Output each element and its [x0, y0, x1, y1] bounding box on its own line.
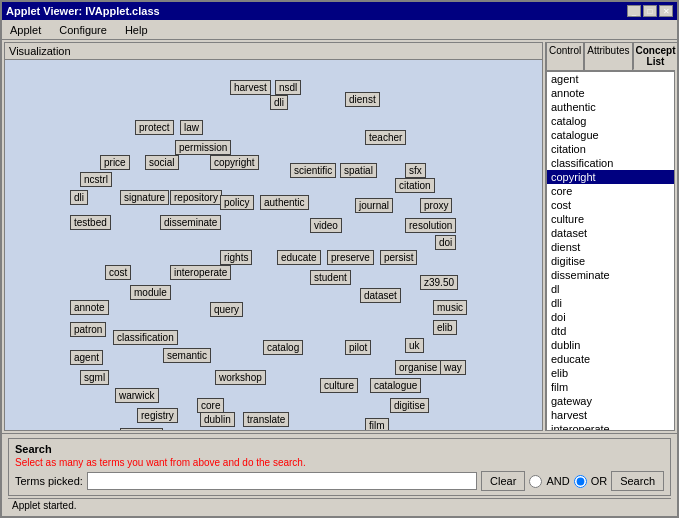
word-tag-agent[interactable]: agent	[70, 350, 103, 365]
concept-item-annote[interactable]: annote	[547, 86, 674, 100]
word-tag-nsdl[interactable]: nsdl	[275, 80, 301, 95]
word-tag-module[interactable]: module	[130, 285, 171, 300]
word-tag-resolution[interactable]: resolution	[405, 218, 456, 233]
word-tag-film[interactable]: film	[365, 418, 389, 430]
concept-item-doi[interactable]: doi	[547, 310, 674, 324]
concept-item-dienst[interactable]: dienst	[547, 240, 674, 254]
word-tag-z3950[interactable]: z39.50	[420, 275, 458, 290]
word-tag-spatial[interactable]: spatial	[340, 163, 377, 178]
word-tag-harvest[interactable]: harvest	[230, 80, 271, 95]
word-tag-registry[interactable]: registry	[137, 408, 178, 423]
word-tag-authentic[interactable]: authentic	[260, 195, 309, 210]
word-tag-video[interactable]: video	[310, 218, 342, 233]
word-tag-schema[interactable]: schema	[120, 428, 163, 430]
tab-control[interactable]: Control	[546, 42, 584, 70]
word-tag-ncstrl[interactable]: ncstrl	[80, 172, 112, 187]
minimize-button[interactable]: _	[627, 5, 641, 17]
word-tag-cost[interactable]: cost	[105, 265, 131, 280]
word-tag-rights[interactable]: rights	[220, 250, 252, 265]
word-tag-patron[interactable]: patron	[70, 322, 106, 337]
word-tag-sfx[interactable]: sfx	[405, 163, 426, 178]
word-tag-way[interactable]: way	[440, 360, 466, 375]
word-tag-sgml[interactable]: sgml	[80, 370, 109, 385]
menu-help[interactable]: Help	[121, 23, 152, 37]
word-tag-dli2[interactable]: dli	[70, 190, 88, 205]
concept-item-dublin[interactable]: dublin	[547, 338, 674, 352]
concept-item-cost[interactable]: cost	[547, 198, 674, 212]
word-tag-catalog2[interactable]: catalogue	[370, 378, 421, 393]
word-tag-teacher[interactable]: teacher	[365, 130, 406, 145]
word-tag-protect[interactable]: protect	[135, 120, 174, 135]
word-tag-journal[interactable]: journal	[355, 198, 393, 213]
word-tag-catalog[interactable]: catalog	[263, 340, 303, 355]
word-tag-semantic[interactable]: semantic	[163, 348, 211, 363]
concept-item-dataset[interactable]: dataset	[547, 226, 674, 240]
word-tag-copyright2[interactable]: copyright	[210, 155, 259, 170]
word-tag-price[interactable]: price	[100, 155, 130, 170]
word-tag-workshop[interactable]: workshop	[215, 370, 266, 385]
concept-item-disseminate[interactable]: disseminate	[547, 268, 674, 282]
word-tag-dienst[interactable]: dienst	[345, 92, 380, 107]
word-tag-warwick[interactable]: warwick	[115, 388, 159, 403]
word-tag-citation[interactable]: citation	[395, 178, 435, 193]
word-tag-repository[interactable]: repository	[170, 190, 222, 205]
word-tag-dli[interactable]: dli	[270, 95, 288, 110]
word-tag-translate[interactable]: translate	[243, 412, 289, 427]
word-tag-student[interactable]: student	[310, 270, 351, 285]
word-tag-signature[interactable]: signature	[120, 190, 169, 205]
concept-item-core[interactable]: core	[547, 184, 674, 198]
concept-item-interoperate[interactable]: interoperate	[547, 422, 674, 431]
word-tag-dataset[interactable]: dataset	[360, 288, 401, 303]
word-tag-doi[interactable]: doi	[435, 235, 456, 250]
word-tag-permission[interactable]: permission	[175, 140, 231, 155]
word-tag-organise[interactable]: organise	[395, 360, 441, 375]
concept-item-culture[interactable]: culture	[547, 212, 674, 226]
concept-item-gateway[interactable]: gateway	[547, 394, 674, 408]
word-tag-dublin[interactable]: dublin	[200, 412, 235, 427]
word-tag-core[interactable]: core	[197, 398, 224, 413]
menu-applet[interactable]: Applet	[6, 23, 45, 37]
clear-button[interactable]: Clear	[481, 471, 525, 491]
tab-attributes[interactable]: Attributes	[584, 42, 632, 70]
word-tag-query[interactable]: query	[210, 302, 243, 317]
concept-item-digitise[interactable]: digitise	[547, 254, 674, 268]
word-tag-elib[interactable]: elib	[433, 320, 457, 335]
menu-configure[interactable]: Configure	[55, 23, 111, 37]
word-tag-classification[interactable]: classification	[113, 330, 178, 345]
word-tag-proxy[interactable]: proxy	[420, 198, 452, 213]
concept-item-film[interactable]: film	[547, 380, 674, 394]
search-button[interactable]: Search	[611, 471, 664, 491]
word-tag-culture2[interactable]: culture	[320, 378, 358, 393]
concept-item-dl[interactable]: dl	[547, 282, 674, 296]
concept-item-copyright[interactable]: copyright	[547, 170, 674, 184]
word-tag-persist[interactable]: persist	[380, 250, 417, 265]
word-tag-preserve[interactable]: preserve	[327, 250, 374, 265]
word-tag-pilot[interactable]: pilot	[345, 340, 371, 355]
word-tag-interoperate[interactable]: interoperate	[170, 265, 231, 280]
and-radio[interactable]	[529, 475, 542, 488]
concept-item-harvest[interactable]: harvest	[547, 408, 674, 422]
concept-item-elib[interactable]: elib	[547, 366, 674, 380]
word-tag-scientific[interactable]: scientific	[290, 163, 336, 178]
concept-item-catalog[interactable]: catalog	[547, 114, 674, 128]
concept-item-authentic[interactable]: authentic	[547, 100, 674, 114]
word-tag-educate[interactable]: educate	[277, 250, 321, 265]
word-tag-digitise2[interactable]: digitise	[390, 398, 429, 413]
word-tag-music[interactable]: music	[433, 300, 467, 315]
concept-item-dtd[interactable]: dtd	[547, 324, 674, 338]
maximize-button[interactable]: □	[643, 5, 657, 17]
or-radio[interactable]	[574, 475, 587, 488]
word-tag-testbed[interactable]: testbed	[70, 215, 111, 230]
word-tag-policy[interactable]: policy	[220, 195, 254, 210]
terms-input[interactable]	[87, 472, 477, 490]
close-button[interactable]: ✕	[659, 5, 673, 17]
concept-item-dli[interactable]: dli	[547, 296, 674, 310]
concept-item-catalogue[interactable]: catalogue	[547, 128, 674, 142]
concept-item-educate[interactable]: educate	[547, 352, 674, 366]
word-tag-law[interactable]: law	[180, 120, 203, 135]
concept-item-classification[interactable]: classification	[547, 156, 674, 170]
word-tag-social[interactable]: social	[145, 155, 179, 170]
tab-concept-list[interactable]: Concept List	[633, 42, 678, 70]
word-tag-anote[interactable]: annote	[70, 300, 109, 315]
word-tag-uk[interactable]: uk	[405, 338, 424, 353]
